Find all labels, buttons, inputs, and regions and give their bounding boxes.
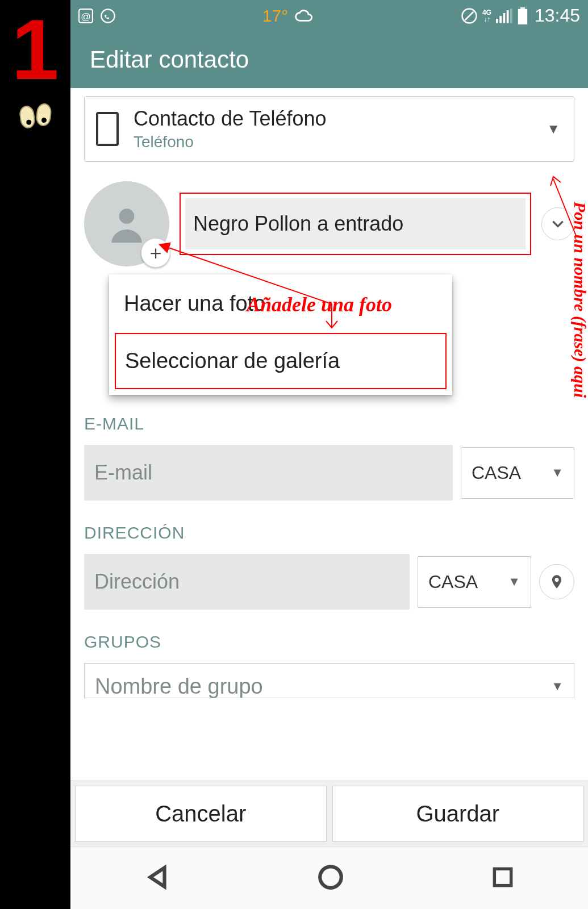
address-row: CASA ▼ <box>84 554 574 610</box>
status-bar: @ 17° 4G ↓↑ 13:4 <box>70 0 588 31</box>
phone-screen: @ 17° 4G ↓↑ 13:4 <box>70 0 588 909</box>
svg-point-2 <box>101 9 114 22</box>
chevron-down-icon: ▼ <box>551 679 564 694</box>
chevron-down-icon: ▼ <box>547 121 560 137</box>
nav-bar <box>70 847 588 909</box>
section-email-label: E-MAIL <box>84 414 574 433</box>
name-row: ＋ Hacer una foto Seleccionar de galería <box>84 181 574 266</box>
svg-rect-10 <box>520 7 525 9</box>
step-number: 1 <box>0 7 70 92</box>
svg-rect-9 <box>510 9 512 23</box>
nav-back-button[interactable] <box>143 863 172 894</box>
email-type-label: CASA <box>472 462 521 483</box>
popup-take-photo[interactable]: Hacer una foto <box>109 274 452 333</box>
popup-select-gallery[interactable]: Seleccionar de galería <box>115 333 447 389</box>
account-selector[interactable]: Contacto de Teléfono Teléfono ▼ <box>84 96 574 162</box>
svg-rect-14 <box>494 869 511 885</box>
svg-line-4 <box>465 11 473 20</box>
svg-rect-11 <box>518 9 527 24</box>
email-type-select[interactable]: CASA ▼ <box>461 447 574 499</box>
whatsapp-icon <box>100 8 116 24</box>
address-input[interactable] <box>84 554 410 610</box>
tutorial-sidebar: 1 SORPRENDO <box>0 0 70 909</box>
temperature-label: 17° <box>262 6 288 26</box>
mascot-eyes-icon <box>20 103 51 135</box>
chevron-down-icon: ▼ <box>508 574 520 589</box>
nav-home-button[interactable] <box>316 863 345 894</box>
svg-rect-5 <box>496 19 498 23</box>
phone-icon <box>96 112 119 146</box>
email-input[interactable] <box>84 445 453 501</box>
nav-recent-button[interactable] <box>490 865 515 892</box>
email-row: CASA ▼ <box>84 445 574 501</box>
section-address-label: DIRECCIÓN <box>84 523 574 543</box>
cancel-button[interactable]: Cancelar <box>75 786 327 842</box>
add-photo-button[interactable]: ＋ <box>141 238 170 268</box>
svg-text:@: @ <box>81 10 91 22</box>
clock-label: 13:45 <box>535 5 580 26</box>
network-icon: 4G ↓↑ <box>482 9 491 23</box>
address-type-label: CASA <box>428 572 478 593</box>
avatar-wrap: ＋ <box>84 181 169 266</box>
mute-icon <box>461 7 478 24</box>
network-label: 4G <box>482 9 491 16</box>
group-placeholder: Nombre de grupo <box>95 674 263 699</box>
svg-rect-6 <box>499 16 502 23</box>
name-input[interactable] <box>185 198 526 249</box>
signal-icon <box>496 9 513 23</box>
svg-rect-7 <box>503 13 505 23</box>
expand-name-button[interactable] <box>541 207 574 240</box>
battery-icon <box>518 7 528 24</box>
svg-rect-8 <box>507 10 509 23</box>
brand-name: SORPRENDO <box>0 226 4 453</box>
account-title: Contacto de Teléfono <box>134 107 532 131</box>
bottom-buttons: Cancelar Guardar <box>70 781 588 847</box>
section-groups-label: GRUPOS <box>84 632 574 652</box>
app-bar: Editar contacto <box>70 31 588 88</box>
cloud-icon <box>295 8 314 24</box>
save-button[interactable]: Guardar <box>332 786 584 842</box>
at-icon: @ <box>78 9 93 23</box>
page-title: Editar contacto <box>90 46 249 73</box>
svg-point-13 <box>320 866 342 888</box>
svg-point-12 <box>119 209 135 224</box>
name-field-highlight <box>180 193 531 255</box>
content-area: Contacto de Teléfono Teléfono ▼ ＋ Hacer … <box>70 88 588 781</box>
address-type-select[interactable]: CASA ▼ <box>418 556 531 608</box>
photo-popup: Hacer una foto Seleccionar de galería <box>109 274 452 395</box>
group-select[interactable]: Nombre de grupo ▼ <box>84 663 574 698</box>
chevron-down-icon: ▼ <box>551 465 564 480</box>
map-pin-button[interactable] <box>539 564 574 599</box>
account-subtitle: Teléfono <box>134 133 532 151</box>
